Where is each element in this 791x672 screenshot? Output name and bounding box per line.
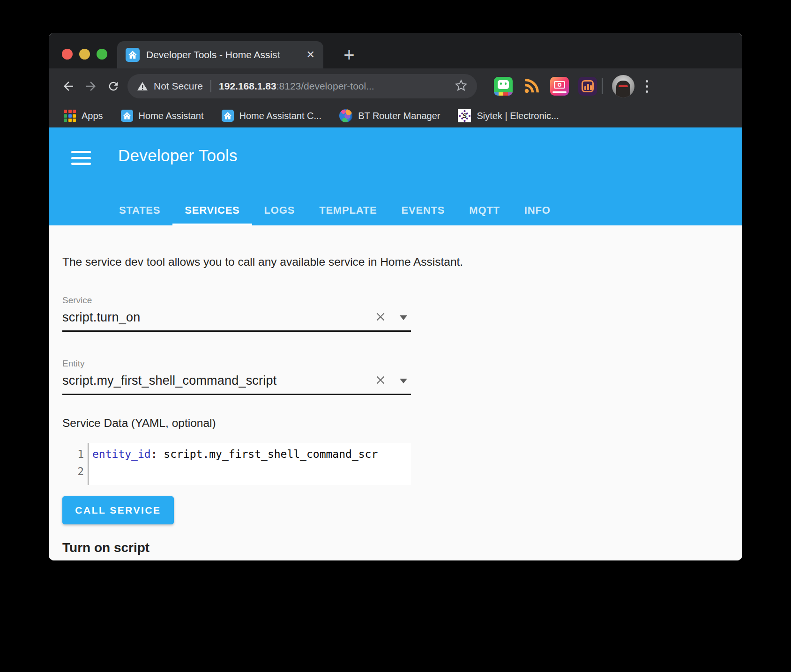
bookmark-home-assistant[interactable]: Home Assistant <box>121 110 204 122</box>
call-service-button[interactable]: CALL SERVICE <box>62 496 174 524</box>
service-description-title: Turn on script <box>62 540 742 560</box>
tab-mqtt[interactable]: MQTT <box>457 197 512 225</box>
browser-tab-bar: Developer Tools - Home Assist ✕ + <box>49 33 742 68</box>
back-button[interactable] <box>57 75 80 97</box>
line-number: 1 <box>73 446 84 463</box>
tab-events[interactable]: EVENTS <box>389 197 457 225</box>
apps-grid-icon <box>64 110 76 122</box>
services-panel: The service dev tool allows you to call … <box>49 225 742 560</box>
bookmark-label: Home Assistant <box>139 111 204 121</box>
address-bar[interactable]: Not Secure 192.168.1.83:8123/developer-t… <box>127 74 477 98</box>
forward-button[interactable] <box>80 75 102 97</box>
service-input[interactable]: script.turn_on <box>62 310 374 325</box>
desktop-background: Developer Tools - Home Assist ✕ + <box>0 0 791 672</box>
analytics-refresh-extension-icon[interactable] <box>578 77 597 96</box>
bookmark-siytek[interactable]: S Siytek | Electronic... <box>458 109 559 122</box>
window-controls <box>62 49 107 60</box>
service-dropdown-caret-icon[interactable] <box>400 315 407 320</box>
entity-field-label: Entity <box>62 358 411 369</box>
tab-info[interactable]: INFO <box>512 197 563 225</box>
code-line-2 <box>92 463 411 480</box>
yaml-editor[interactable]: 1 2 entity_id: script.my_first_shell_com… <box>73 443 411 485</box>
clear-entity-icon[interactable] <box>374 374 387 388</box>
menu-hamburger-icon[interactable] <box>71 151 91 165</box>
siytek-icon: S <box>458 109 471 122</box>
entity-field: Entity script.my_first_shell_command_scr… <box>62 358 411 395</box>
page-title: Developer Tools <box>118 146 238 165</box>
browser-tab[interactable]: Developer Tools - Home Assist ✕ <box>117 41 323 68</box>
not-secure-warning-icon <box>137 81 148 92</box>
clear-service-icon[interactable] <box>374 311 387 325</box>
bookmark-bt-router[interactable]: BT Router Manager <box>339 109 440 122</box>
line-number: 2 <box>73 463 84 480</box>
tab-close-icon[interactable]: ✕ <box>306 50 315 60</box>
service-field: Service script.turn_on <box>62 295 411 332</box>
tab-title: Developer Tools - Home Assist <box>146 48 304 61</box>
bookmark-label: Apps <box>82 111 103 121</box>
editor-code-area[interactable]: entity_id: script.my_first_shell_command… <box>89 443 411 485</box>
security-label: Not Secure <box>154 81 203 92</box>
tab-logs[interactable]: LOGS <box>252 197 307 225</box>
reload-button[interactable] <box>102 75 125 97</box>
omnibox-divider <box>210 80 211 92</box>
bookmark-apps[interactable]: Apps <box>64 110 103 122</box>
chrome-menu-icon[interactable] <box>643 77 651 96</box>
zoom-window-button[interactable] <box>97 49 107 60</box>
ha-tab-strip: STATES SERVICES LOGS TEMPLATE EVENTS MQT… <box>107 197 563 225</box>
new-tab-button[interactable]: + <box>338 44 360 66</box>
instagram-camera-extension-icon[interactable] <box>550 77 569 96</box>
bookmark-label: BT Router Manager <box>358 111 440 121</box>
url-text: 192.168.1.83:8123/developer-tool... <box>219 81 450 92</box>
bookmark-star-icon[interactable] <box>455 79 468 94</box>
url-host: 192.168.1.83 <box>219 81 276 91</box>
home-assistant-icon <box>121 110 133 122</box>
service-field-label: Service <box>62 295 411 306</box>
tab-template[interactable]: TEMPLATE <box>307 197 389 225</box>
ha-app-header: Developer Tools STATES SERVICES LOGS TEM… <box>49 127 742 225</box>
url-path: :8123/developer-tool... <box>276 81 374 91</box>
close-window-button[interactable] <box>62 49 73 60</box>
extensions-area <box>494 77 597 96</box>
profile-avatar[interactable] <box>612 75 634 97</box>
intro-text: The service dev tool allows you to call … <box>62 225 742 269</box>
rss-feed-extension-icon[interactable] <box>522 77 541 96</box>
bookmark-label: Home Assistant C... <box>239 111 322 121</box>
entity-dropdown-caret-icon[interactable] <box>400 379 407 383</box>
service-data-label: Service Data (YAML, optional) <box>62 417 742 430</box>
minimize-window-button[interactable] <box>79 49 90 60</box>
tab-services[interactable]: SERVICES <box>172 197 252 225</box>
bookmark-label: Siytek | Electronic... <box>477 111 559 121</box>
home-assistant-favicon-icon <box>126 48 140 62</box>
browser-toolbar: Not Secure 192.168.1.83:8123/developer-t… <box>49 68 742 104</box>
bt-globe-icon <box>339 109 352 122</box>
bookmark-home-assistant-c[interactable]: Home Assistant C... <box>222 110 322 122</box>
entity-input[interactable]: script.my_first_shell_command_script <box>62 373 374 388</box>
bitmoji-extension-icon[interactable] <box>494 77 513 96</box>
home-assistant-icon <box>222 110 234 122</box>
tab-states[interactable]: STATES <box>107 197 172 225</box>
bookmarks-bar: Apps Home Assistant Home Assistant C... … <box>49 104 742 127</box>
toolbar-divider <box>602 78 603 94</box>
browser-window: Developer Tools - Home Assist ✕ + <box>49 33 742 560</box>
editor-gutter: 1 2 <box>73 443 89 485</box>
code-line-1: entity_id: script.my_first_shell_command… <box>92 446 411 463</box>
